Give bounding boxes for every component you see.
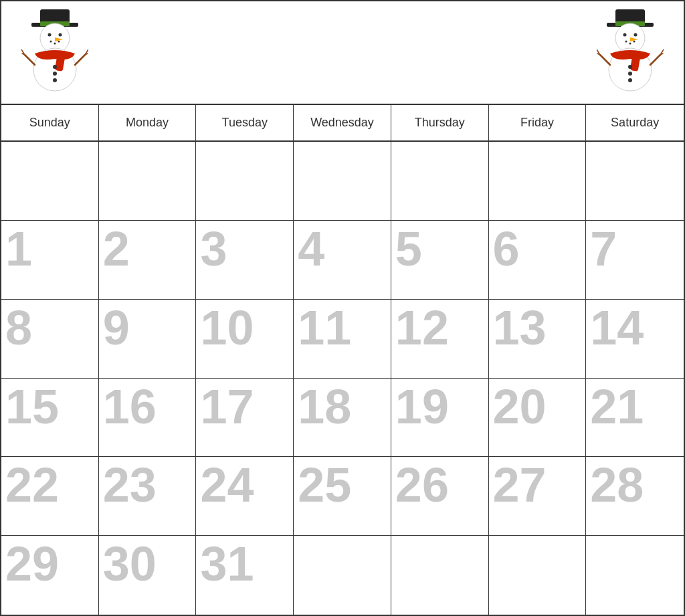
date-number: 28 (590, 461, 644, 509)
svg-point-33 (628, 65, 632, 69)
calendar-day-20: 20 (489, 379, 587, 457)
calendar-day-23: 23 (99, 457, 197, 536)
day-header-wednesday: Wednesday (294, 105, 391, 140)
day-headers-row: SundayMondayTuesdayWednesdayThursdayFrid… (1, 105, 684, 142)
svg-point-7 (54, 43, 56, 45)
calendar-day-26: 26 (391, 457, 489, 536)
date-number: 9 (103, 304, 130, 352)
date-number: 25 (298, 461, 351, 509)
date-number: 19 (395, 383, 449, 431)
calendar-day-29: 29 (1, 536, 99, 615)
empty-calendar-cell (489, 142, 587, 221)
calendar-day-27: 27 (489, 457, 587, 536)
date-number: 7 (590, 225, 617, 273)
calendar-day-24: 24 (196, 457, 294, 536)
calendar-day-31: 31 (196, 536, 294, 615)
empty-calendar-cell (489, 536, 587, 615)
day-header-thursday: Thursday (391, 105, 489, 140)
date-number: 29 (5, 540, 59, 588)
date-number: 4 (298, 225, 324, 273)
date-number: 5 (395, 225, 422, 273)
day-header-friday: Friday (489, 105, 587, 140)
calendar-day-4: 4 (294, 221, 391, 300)
calendar-day-5: 5 (391, 221, 489, 300)
date-number: 18 (298, 383, 351, 431)
calendar-day-22: 22 (1, 457, 99, 536)
date-number: 14 (590, 304, 644, 352)
calendar-header (1, 1, 684, 105)
empty-calendar-cell (99, 142, 197, 221)
svg-point-12 (53, 65, 57, 69)
calendar-day-6: 6 (489, 221, 587, 300)
calendar-day-21: 21 (586, 379, 684, 457)
date-number: 13 (493, 304, 547, 352)
date-number: 23 (103, 461, 157, 509)
calendar-day-16: 16 (99, 379, 197, 457)
date-number: 2 (103, 225, 130, 273)
date-number: 10 (200, 304, 254, 352)
date-number: 12 (395, 304, 449, 352)
snowman-right-icon (597, 8, 664, 95)
calendar-grid: 1234567891011121314151617181920212223242… (1, 142, 684, 615)
empty-calendar-cell (294, 142, 391, 221)
date-number: 31 (200, 540, 254, 588)
date-number: 1 (5, 225, 32, 273)
empty-calendar-cell (391, 142, 489, 221)
svg-point-34 (628, 72, 632, 76)
date-number: 8 (5, 304, 32, 352)
empty-calendar-cell (294, 536, 391, 615)
calendar-day-30: 30 (99, 536, 197, 615)
date-number: 22 (5, 461, 59, 509)
snowman-left-icon (21, 8, 88, 95)
date-number: 3 (200, 225, 227, 273)
empty-calendar-cell (391, 536, 489, 615)
calendar-day-19: 19 (391, 379, 489, 457)
svg-line-15 (25, 55, 35, 65)
svg-line-39 (650, 55, 660, 65)
calendar-day-9: 9 (99, 300, 197, 379)
day-header-monday: Monday (99, 105, 197, 140)
day-header-sunday: Sunday (1, 105, 99, 140)
svg-point-29 (633, 41, 635, 43)
day-header-tuesday: Tuesday (196, 105, 294, 140)
calendar-day-12: 12 (391, 300, 489, 379)
empty-calendar-cell (586, 142, 684, 221)
svg-point-26 (634, 33, 638, 37)
svg-point-25 (623, 33, 627, 37)
empty-calendar-cell (586, 536, 684, 615)
calendar-day-18: 18 (294, 379, 391, 457)
svg-point-14 (53, 78, 57, 82)
date-number: 17 (200, 383, 254, 431)
svg-point-35 (628, 78, 632, 82)
date-number: 30 (103, 540, 157, 588)
date-number: 21 (590, 383, 644, 431)
calendar-day-15: 15 (1, 379, 99, 457)
day-header-saturday: Saturday (586, 105, 684, 140)
calendar-day-17: 17 (196, 379, 294, 457)
date-number: 15 (5, 383, 59, 431)
svg-point-8 (58, 41, 60, 43)
date-number: 20 (493, 383, 547, 431)
calendar-day-14: 14 (586, 300, 684, 379)
svg-point-6 (50, 41, 52, 43)
empty-calendar-cell (1, 142, 99, 221)
calendar-day-8: 8 (1, 300, 99, 379)
calendar-day-13: 13 (489, 300, 587, 379)
svg-point-28 (629, 43, 631, 45)
calendar-day-1: 1 (1, 221, 99, 300)
date-number: 27 (493, 461, 547, 509)
date-number: 11 (298, 304, 351, 352)
svg-point-4 (48, 33, 52, 37)
svg-point-5 (59, 33, 62, 37)
date-number: 16 (103, 383, 157, 431)
calendar-day-11: 11 (294, 300, 391, 379)
svg-line-18 (75, 55, 85, 65)
calendar: SundayMondayTuesdayWednesdayThursdayFrid… (0, 0, 685, 616)
svg-point-13 (53, 72, 57, 76)
date-number: 6 (493, 225, 520, 273)
calendar-day-28: 28 (586, 457, 684, 536)
calendar-day-10: 10 (196, 300, 294, 379)
empty-calendar-cell (196, 142, 294, 221)
calendar-day-3: 3 (196, 221, 294, 300)
calendar-day-2: 2 (99, 221, 197, 300)
